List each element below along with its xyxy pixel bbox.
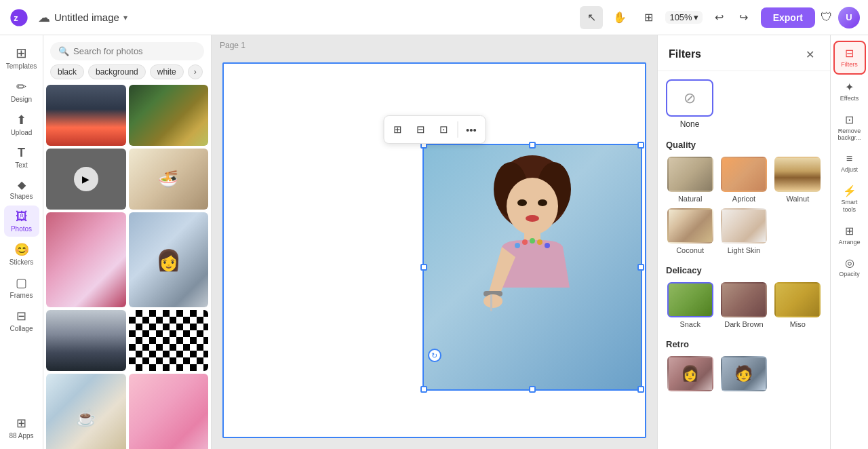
right-label-effects: Effects [840,95,859,102]
svg-point-6 [517,199,527,206]
grid-tool-button[interactable]: ⊞ [637,6,660,29]
page-label: Page 1 [220,41,245,50]
close-panel-button[interactable]: ✕ [800,45,819,64]
right-item-opacity[interactable]: ◎ Opacity [833,252,866,283]
float-more-button[interactable]: ••• [460,119,482,140]
svg-point-10 [515,243,520,248]
float-layout-button[interactable]: ⊟ [410,119,431,140]
canvas-image-container[interactable] [424,145,641,389]
sidebar-item-shapes[interactable]: ◆ Shapes [4,174,39,204]
photo-tile[interactable] [129,310,209,371]
sidebar-item-stickers[interactable]: 😊 Stickers [4,238,39,270]
filter-item-miso[interactable]: Miso [774,282,822,328]
retro-section-title: Retro [666,339,822,349]
photo-tile[interactable] [129,85,209,146]
float-copy-button[interactable]: ⊡ [433,119,454,140]
sidebar-item-templates[interactable]: ⊞ Templates [4,41,39,74]
tag-black[interactable]: black [50,64,84,79]
float-toolbar: ⊞ ⊟ ⊡ ••• [383,115,486,144]
title-chevron-icon[interactable]: ▾ [123,13,127,22]
svg-point-0 [10,9,27,26]
frames-icon: ▢ [16,275,27,290]
sidebar-item-design[interactable]: ✏ Design [4,75,39,107]
right-item-remove-bg[interactable]: ⊡ Remove backgr... [833,109,866,147]
filter-thumb-darkbrown [721,282,767,317]
sidebar-label-frames: Frames [10,292,33,299]
zoom-control[interactable]: 105% ▾ [665,11,702,24]
photo-tile-video[interactable]: ▶ [46,149,126,210]
right-item-effects[interactable]: ✦ Effects [833,76,866,107]
search-input[interactable] [73,46,196,56]
photo-tile[interactable] [46,310,126,371]
search-input-wrap[interactable]: 🔍 [50,42,204,60]
hand-tool-button[interactable]: ✋ [608,6,631,29]
filter-item-snack[interactable]: Snack [666,282,714,328]
photo-tile[interactable]: 🍜 [129,149,209,210]
photo-tile[interactable]: ☕ [46,374,126,449]
right-item-adjust[interactable]: ≡ Adjust [833,148,866,178]
apps-icon: ⊞ [16,416,26,431]
shield-icon[interactable]: 🛡 [821,10,833,24]
filter-item-darkbrown[interactable]: Dark Brown [719,282,768,328]
collage-icon: ⊟ [16,309,26,324]
undo-redo-group: ↩ ↪ [708,6,755,29]
left-sidebar: ⊞ Templates ✏ Design ⬆ Upload T Text ◆ S… [0,35,43,449]
select-tool-button[interactable]: ↖ [580,6,603,29]
photo-tile[interactable] [46,212,126,307]
filter-item-retro2[interactable]: 🧑 [719,356,768,394]
stickers-icon: 😊 [14,242,29,257]
filter-item-lightskin[interactable]: Light Skin [719,208,768,254]
photo-tile[interactable]: 👩 [129,212,209,307]
effects-icon: ✦ [845,81,854,94]
rotate-handle[interactable]: ↻ [428,349,441,362]
sidebar-item-photos[interactable]: 🖼 Photos [4,206,39,237]
export-button[interactable]: Export [761,7,815,28]
filter-item-retro1[interactable]: 👩 [666,356,714,394]
play-button-icon[interactable]: ▶ [74,167,98,191]
redo-button[interactable]: ↪ [732,6,755,29]
logo[interactable]: z [8,7,30,28]
filter-label-snack: Snack [679,320,701,328]
filter-label-miso: Miso [790,320,806,328]
right-item-arrange[interactable]: ⊞ Arrange [833,220,866,251]
filter-thumb-snack [667,282,713,317]
filter-none-item[interactable]: ⊘ None [666,79,713,129]
right-item-smart-tools[interactable]: ⚡ Smart tools [833,180,866,218]
filter-item-apricot[interactable]: Apricot [719,157,768,203]
sidebar-item-apps[interactable]: ⊞ 88 Apps [4,412,39,444]
filter-item-walnut[interactable]: Walnut [774,157,822,203]
retro-filter-grid: 👩 🧑 [666,356,822,394]
photos-grid: ▶ 🍜 👩 ☕ [43,85,211,449]
svg-point-16 [484,294,502,308]
toolbar-center: ↖ ✋ ⊞ 105% ▾ ↩ ↪ [580,6,755,29]
panel-header: Filters ✕ [658,35,830,71]
filter-thumb-natural [667,157,713,192]
float-resize-button[interactable]: ⊞ [387,119,408,140]
tag-background[interactable]: background [88,64,146,79]
avatar[interactable]: U [838,7,860,28]
photo-tile[interactable] [46,85,126,146]
sidebar-item-collage[interactable]: ⊟ Collage [4,305,39,336]
undo-button[interactable]: ↩ [708,6,731,29]
tags-row: black background white › [43,64,211,85]
filter-label-natural: Natural [678,195,702,203]
filter-thumb-coconut [667,208,713,243]
canvas-area: Page 1 ⊞ ⊟ ⊡ ••• [212,35,657,449]
right-item-filters[interactable]: ⊟ Filters [833,41,866,75]
filter-label-apricot: Apricot [732,195,755,203]
sidebar-label-stickers: Stickers [9,258,34,266]
filter-item-coconut[interactable]: Coconut [666,208,714,254]
panel-content: ⊘ None Quality Natural Apricot Walnut [658,71,830,449]
title-group: ☁ Untitled image ▾ [38,10,574,25]
tag-white[interactable]: white [150,64,184,79]
sidebar-item-upload[interactable]: ⬆ Upload [4,109,39,140]
tag-more[interactable]: › [188,64,203,79]
photo-tile[interactable] [129,374,209,449]
opacity-icon: ◎ [845,256,854,269]
svg-rect-17 [490,294,492,311]
sidebar-item-frames[interactable]: ▢ Frames [4,271,39,303]
filter-item-natural[interactable]: Natural [666,157,714,203]
canvas-background[interactable]: ⊞ ⊟ ⊡ ••• [222,62,646,438]
shapes-icon: ◆ [18,178,26,191]
sidebar-item-text[interactable]: T Text [4,142,39,173]
